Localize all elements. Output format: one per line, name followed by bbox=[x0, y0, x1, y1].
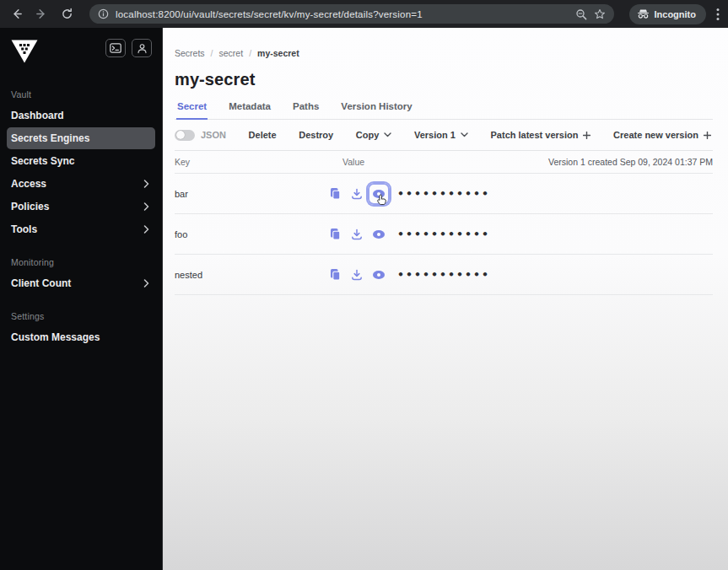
delete-button[interactable]: Delete bbox=[249, 130, 277, 140]
reveal-value-icon[interactable] bbox=[368, 223, 390, 245]
url-text: localhost:8200/ui/vault/secrets/secret/k… bbox=[116, 9, 569, 19]
main-content: Secrets / secret / my-secret my-secret S… bbox=[163, 28, 728, 570]
console-icon[interactable] bbox=[105, 39, 126, 57]
create-new-version-button[interactable]: Create new version bbox=[613, 130, 711, 140]
reveal-value-icon[interactable] bbox=[368, 183, 390, 205]
breadcrumb-separator: / bbox=[249, 48, 251, 58]
breadcrumb-separator: / bbox=[211, 48, 213, 58]
json-toggle-label: JSON bbox=[201, 130, 226, 140]
secret-key: bar bbox=[175, 189, 324, 199]
plus-icon bbox=[704, 132, 711, 139]
secret-key: foo bbox=[175, 229, 324, 239]
sidebar-item-client-count[interactable]: Client Count bbox=[7, 272, 155, 294]
tab-paths[interactable]: Paths bbox=[292, 101, 320, 120]
sidebar-section-vault: Vault bbox=[11, 89, 151, 99]
breadcrumb-current: my-secret bbox=[257, 48, 299, 58]
download-icon[interactable] bbox=[346, 223, 368, 245]
download-icon[interactable] bbox=[346, 264, 368, 286]
sidebar-item-policies[interactable]: Policies bbox=[7, 196, 155, 218]
mouse-cursor bbox=[377, 194, 388, 207]
chevron-right-icon bbox=[143, 279, 149, 288]
version-dropdown[interactable]: Version 1 bbox=[414, 130, 468, 140]
key-column-header: Key bbox=[175, 157, 324, 167]
version-created-info: Version 1 created Sep 09, 2024 01:37 PM bbox=[548, 157, 713, 167]
browser-menu-icon[interactable] bbox=[716, 8, 720, 21]
vault-logo[interactable] bbox=[10, 39, 39, 64]
back-icon[interactable] bbox=[5, 3, 27, 25]
destroy-button[interactable]: Destroy bbox=[299, 130, 333, 140]
tab-bar: Secret Metadata Paths Version History bbox=[175, 101, 713, 120]
chevron-right-icon bbox=[143, 180, 149, 188]
breadcrumb-secrets[interactable]: Secrets bbox=[175, 48, 205, 58]
site-info-icon[interactable] bbox=[98, 8, 109, 19]
value-column-header: Value bbox=[324, 157, 548, 167]
patch-latest-version-button[interactable]: Patch latest version bbox=[491, 130, 591, 140]
sidebar-item-secrets-engines[interactable]: Secrets Engines bbox=[7, 127, 155, 149]
incognito-badge: Incognito bbox=[629, 4, 707, 24]
screen: localhost:8200/ui/vault/secrets/secret/k… bbox=[0, 0, 728, 570]
breadcrumb-secret[interactable]: secret bbox=[219, 48, 244, 58]
download-icon[interactable] bbox=[346, 183, 368, 205]
sidebar-item-secrets-sync[interactable]: Secrets Sync bbox=[7, 150, 155, 172]
secret-toolbar: JSON Delete Destroy Copy Version 1 Patch… bbox=[175, 120, 713, 151]
secret-row-bar: bar bbox=[175, 174, 713, 214]
copy-value-icon[interactable] bbox=[324, 223, 346, 245]
chevron-down-icon bbox=[461, 132, 468, 137]
sidebar: Vault Dashboard Secrets Engines Secrets … bbox=[0, 28, 163, 570]
sidebar-item-dashboard[interactable]: Dashboard bbox=[7, 105, 155, 126]
sidebar-item-tools[interactable]: Tools bbox=[7, 218, 155, 240]
copy-dropdown[interactable]: Copy bbox=[356, 130, 392, 140]
url-bar[interactable]: localhost:8200/ui/vault/secrets/secret/k… bbox=[89, 4, 614, 24]
masked-value: ••••••••••• bbox=[397, 268, 490, 281]
copy-value-icon[interactable] bbox=[324, 183, 346, 205]
reveal-value-icon[interactable] bbox=[368, 264, 390, 286]
incognito-label: Incognito bbox=[655, 9, 697, 19]
tab-secret[interactable]: Secret bbox=[176, 101, 208, 120]
zoom-icon[interactable] bbox=[575, 8, 587, 20]
masked-value: ••••••••••• bbox=[397, 187, 490, 200]
incognito-icon bbox=[637, 8, 650, 19]
user-icon[interactable] bbox=[132, 39, 152, 57]
tab-metadata[interactable]: Metadata bbox=[228, 101, 272, 120]
json-toggle[interactable] bbox=[175, 130, 195, 141]
sidebar-item-custom-messages[interactable]: Custom Messages bbox=[7, 326, 155, 348]
secret-key: nested bbox=[175, 270, 324, 280]
json-toggle-group: JSON bbox=[175, 130, 226, 141]
breadcrumb: Secrets / secret / my-secret bbox=[175, 48, 713, 58]
reload-icon[interactable] bbox=[56, 3, 78, 25]
forward-icon[interactable] bbox=[30, 3, 52, 25]
masked-value: ••••••••••• bbox=[397, 228, 490, 240]
chevron-right-icon bbox=[143, 225, 149, 234]
chevron-right-icon bbox=[143, 202, 149, 211]
browser-toolbar: localhost:8200/ui/vault/secrets/secret/k… bbox=[0, 0, 728, 28]
sidebar-section-monitoring: Monitoring bbox=[11, 257, 151, 267]
secret-table-header: Key Value Version 1 created Sep 09, 2024… bbox=[175, 151, 713, 174]
secret-row-foo: foo ••••••••••• bbox=[175, 214, 713, 255]
bookmark-star-icon[interactable] bbox=[594, 8, 606, 20]
secret-row-nested: nested ••••••••••• bbox=[175, 255, 713, 295]
tab-version-history[interactable]: Version History bbox=[340, 101, 413, 120]
sidebar-item-access[interactable]: Access bbox=[7, 173, 155, 195]
plus-icon bbox=[583, 132, 590, 139]
copy-value-icon[interactable] bbox=[324, 264, 346, 286]
sidebar-section-settings: Settings bbox=[11, 311, 151, 321]
chevron-down-icon bbox=[384, 132, 391, 137]
page-title: my-secret bbox=[175, 70, 713, 89]
